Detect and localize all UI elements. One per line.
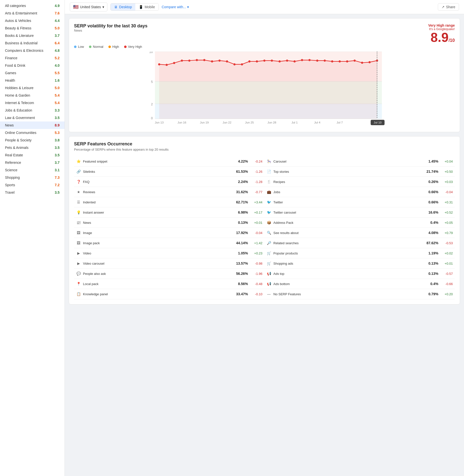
svg-point-40: [369, 61, 371, 63]
sidebar-item[interactable]: Pets & Animals 3.5: [0, 144, 65, 151]
sidebar-item[interactable]: Arts & Entertainment 7.6: [0, 9, 65, 17]
svg-point-29: [286, 60, 288, 62]
svg-text:0: 0: [151, 116, 153, 120]
legend-dot-high: [108, 46, 111, 48]
device-tabs: 🖥 Desktop 📱 Mobile: [110, 3, 159, 11]
feature-icon: 🎠: [266, 159, 271, 164]
svg-point-16: [188, 60, 191, 62]
svg-text:10: 10: [149, 52, 153, 54]
country-selector[interactable]: 🇺🇸 United States ▾: [70, 2, 107, 11]
feature-icon: ▶: [76, 251, 81, 256]
svg-point-17: [196, 59, 198, 61]
tab-mobile[interactable]: 📱 Mobile: [135, 3, 158, 10]
legend-label-high: High: [112, 45, 119, 49]
feature-name: Instant answer: [83, 211, 231, 214]
svg-point-13: [166, 64, 168, 66]
feature-row: 🎠 Carousel 1.45% +0.04: [264, 156, 455, 167]
chart-legend: Low Normal High Very High: [74, 45, 455, 49]
sidebar-item[interactable]: Internet & Telecom 5.4: [0, 99, 65, 107]
sidebar-item[interactable]: Beauty & Fitness 5.0: [0, 24, 65, 32]
feature-icon: 🍴: [266, 179, 271, 184]
sidebar-item-label: Home & Garden: [5, 93, 30, 97]
svg-point-32: [309, 59, 311, 61]
chart-score-denom: /10: [449, 38, 455, 43]
tab-desktop[interactable]: 🖥 Desktop: [111, 3, 135, 10]
sidebar-item[interactable]: Sports 7.2: [0, 181, 65, 189]
feature-name: No SERP Features: [273, 292, 421, 296]
feature-row: 🖼 Image 17.92% -0.04: [74, 228, 264, 238]
sidebar-item[interactable]: Hobbies & Leisure 5.0: [0, 84, 65, 92]
feature-delta: +0.20: [440, 292, 453, 296]
feature-pct: 4.22%: [233, 159, 248, 163]
feature-row: 📰 News 0.13% +0.01: [74, 218, 264, 228]
sidebar-item[interactable]: Shopping 7.3: [0, 174, 65, 181]
sidebar-item[interactable]: Real Estate 3.5: [0, 151, 65, 159]
sidebar-item[interactable]: Finance 5.2: [0, 54, 65, 62]
feature-icon: 📋: [76, 292, 81, 297]
feature-icon: 📄: [266, 169, 271, 174]
svg-point-20: [219, 60, 221, 62]
feature-name: Image pack: [83, 241, 231, 245]
sidebar-item-value: 4.4: [55, 19, 60, 23]
sidebar-item[interactable]: Online Communities 5.3: [0, 129, 65, 136]
sidebar-item[interactable]: Books & Literature 3.7: [0, 32, 65, 39]
sidebar-item[interactable]: Health 1.6: [0, 77, 65, 84]
sidebar-item-label: Books & Literature: [5, 34, 34, 38]
sidebar-item-value: 3.7: [55, 161, 60, 165]
sidebar-item[interactable]: News 8.9: [0, 121, 65, 129]
feature-row: 🔗 Sitelinks 61.53% -1.26: [74, 167, 264, 177]
sidebar-item[interactable]: Reference 3.7: [0, 159, 65, 166]
sidebar-item[interactable]: Travel 3.5: [0, 189, 65, 196]
sidebar-item[interactable]: All categories 4.9: [0, 2, 65, 9]
sidebar-item[interactable]: Computers & Electronics 4.8: [0, 47, 65, 54]
sidebar-item[interactable]: Law & Government 3.5: [0, 114, 65, 121]
sidebar-item[interactable]: Jobs & Education 3.3: [0, 107, 65, 114]
sidebar-item-value: 3.8: [55, 138, 60, 142]
feature-pct: 0.4%: [423, 282, 438, 286]
svg-text:2: 2: [151, 102, 153, 106]
features-left-col: ⭐ Featured snippet 4.22% -0.24 🔗 Sitelin…: [74, 156, 264, 299]
feature-name: Reviews: [83, 190, 231, 194]
share-button[interactable]: ↗ Share: [438, 3, 459, 11]
svg-point-37: [346, 60, 348, 62]
feature-delta: -0.53: [440, 241, 453, 245]
sidebar-item-label: Jobs & Education: [5, 108, 32, 112]
feature-pct: 2.24%: [233, 180, 248, 184]
feature-pct: 21.74%: [423, 170, 438, 174]
svg-text:Jul 1: Jul 1: [292, 121, 298, 124]
sidebar-item[interactable]: Business & Industrial 6.4: [0, 39, 65, 47]
feature-pct: 4.08%: [423, 231, 438, 235]
feature-name: See results about: [273, 231, 421, 235]
feature-row: ▶ Video carousel 13.57% -0.98: [74, 258, 264, 269]
feature-row: 🍴 Recipes 0.26% +0.03: [264, 177, 455, 187]
legend-low: Low: [74, 45, 84, 49]
feature-delta: +0.03: [440, 180, 453, 184]
svg-point-22: [233, 63, 236, 65]
feature-name: Related searches: [273, 241, 421, 245]
sidebar-item[interactable]: Science 3.1: [0, 166, 65, 174]
feature-name: Address Pack: [273, 221, 421, 225]
sidebar-item-label: Internet & Telecom: [5, 101, 34, 105]
feature-icon: 🛒: [266, 251, 271, 256]
sidebar-item-label: Reference: [5, 161, 21, 165]
sidebar-item[interactable]: Food & Drink 4.0: [0, 62, 65, 69]
country-flag: 🇺🇸: [73, 4, 78, 10]
svg-text:Jun 22: Jun 22: [223, 121, 231, 124]
sidebar-item[interactable]: Games 5.5: [0, 69, 65, 77]
svg-point-36: [339, 60, 341, 62]
feature-name: People also ask: [83, 272, 231, 276]
sidebar-item-label: Real Estate: [5, 153, 23, 157]
svg-marker-11: [159, 60, 377, 119]
sidebar-item-label: Law & Government: [5, 116, 35, 120]
feature-delta: +0.01: [440, 262, 453, 265]
sidebar-item[interactable]: Autos & Vehicles 4.4: [0, 17, 65, 24]
feature-icon: 🖼: [76, 230, 81, 235]
compare-button[interactable]: Compare with... ▾: [162, 5, 189, 9]
sidebar-item[interactable]: Home & Garden 5.4: [0, 92, 65, 99]
feature-icon: 📢: [266, 271, 271, 276]
sidebar-item-label: Arts & Entertainment: [5, 11, 37, 15]
feature-row: 💼 Jobs 0.66% -0.04: [264, 187, 455, 197]
feature-name: Jobs: [273, 190, 421, 194]
sidebar-item[interactable]: People & Society 3.8: [0, 136, 65, 144]
feature-name: Shopping ads: [273, 262, 421, 265]
